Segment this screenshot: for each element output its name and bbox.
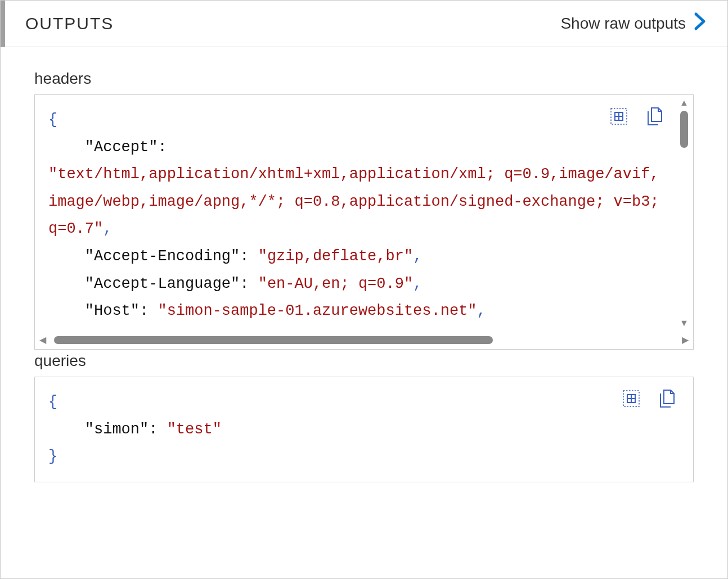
headers-code-actions bbox=[609, 106, 665, 126]
headers-horizontal-scrollbar[interactable]: ◀ ▶ bbox=[35, 331, 693, 349]
headers-code-box: { "Accept": "text/html,application/xhtml… bbox=[34, 94, 694, 350]
headers-json-content[interactable]: { "Accept": "text/html,application/xhtml… bbox=[35, 95, 675, 331]
scroll-up-icon: ▲ bbox=[680, 98, 689, 107]
headers-vertical-scrollbar[interactable]: ▲ ▼ bbox=[675, 95, 693, 331]
queries-code-box: { "simon": "test" } bbox=[34, 377, 694, 482]
copy-icon[interactable] bbox=[645, 106, 665, 126]
queries-code-actions bbox=[621, 388, 677, 409]
json-key-accept-encoding: Accept-Encoding bbox=[94, 248, 231, 265]
outputs-panel: OUTPUTS Show raw outputs headers bbox=[0, 0, 728, 579]
headers-label: headers bbox=[34, 70, 694, 88]
scrollbar-thumb[interactable] bbox=[54, 336, 493, 344]
outputs-body: headers bbox=[1, 47, 727, 578]
chevron-right-icon bbox=[694, 12, 707, 35]
copy-icon[interactable] bbox=[657, 388, 677, 409]
json-val-accept-encoding: gzip,deflate,br bbox=[267, 248, 404, 265]
json-key-accept-language: Accept-Language bbox=[94, 275, 231, 292]
json-key-host: Host bbox=[94, 302, 131, 319]
queries-json-content[interactable]: { "simon": "test" } bbox=[35, 377, 693, 482]
json-val-simon: test bbox=[176, 421, 213, 438]
json-val-accept-language: en-AU,en; q=0.9 bbox=[267, 275, 404, 292]
show-raw-outputs-link[interactable]: Show raw outputs bbox=[560, 12, 707, 35]
scroll-down-icon: ▼ bbox=[680, 319, 689, 328]
queries-label: queries bbox=[34, 352, 694, 370]
json-val-host: simon-sample-01.azurewebsites.net bbox=[167, 302, 468, 319]
scrollbar-thumb[interactable] bbox=[680, 111, 688, 148]
panel-title: OUTPUTS bbox=[25, 14, 114, 33]
json-key-accept: Accept bbox=[94, 139, 149, 156]
select-all-icon[interactable] bbox=[621, 388, 641, 409]
queries-section: queries bbox=[34, 352, 694, 482]
json-key-simon: simon bbox=[94, 421, 140, 438]
select-all-icon[interactable] bbox=[609, 106, 629, 126]
show-raw-outputs-label: Show raw outputs bbox=[560, 15, 686, 33]
scroll-left-icon: ◀ bbox=[39, 336, 46, 345]
scroll-right-icon: ▶ bbox=[682, 336, 689, 345]
json-val-accept: text/html,application/xhtml+xml,applicat… bbox=[48, 166, 668, 237]
headers-section: headers bbox=[34, 70, 694, 350]
outputs-header: OUTPUTS Show raw outputs bbox=[1, 1, 727, 47]
